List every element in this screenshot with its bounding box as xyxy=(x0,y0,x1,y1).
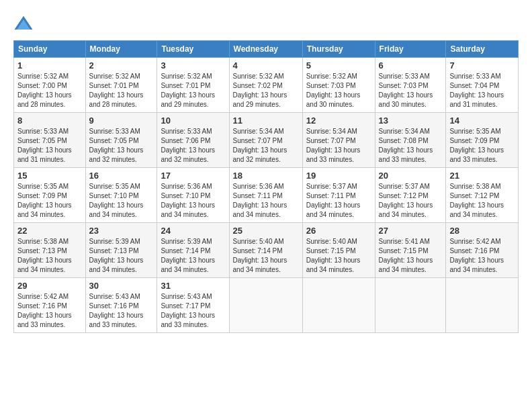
calendar-cell: 16Sunrise: 5:35 AM Sunset: 7:10 PM Dayli… xyxy=(85,168,157,223)
day-info: Sunrise: 5:37 AM Sunset: 7:12 PM Dayligh… xyxy=(379,182,443,220)
day-number: 12 xyxy=(306,116,371,126)
day-info: Sunrise: 5:43 AM Sunset: 7:16 PM Dayligh… xyxy=(89,292,154,330)
day-info: Sunrise: 5:41 AM Sunset: 7:15 PM Dayligh… xyxy=(379,237,443,275)
calendar-week-1: 1Sunrise: 5:32 AM Sunset: 7:00 PM Daylig… xyxy=(14,58,519,113)
calendar-table: SundayMondayTuesdayWednesdayThursdayFrid… xyxy=(13,40,519,333)
day-info: Sunrise: 5:43 AM Sunset: 7:17 PM Dayligh… xyxy=(161,292,225,330)
day-number: 6 xyxy=(379,60,443,71)
day-info: Sunrise: 5:36 AM Sunset: 7:10 PM Dayligh… xyxy=(161,182,225,220)
day-info: Sunrise: 5:40 AM Sunset: 7:14 PM Dayligh… xyxy=(233,237,299,275)
day-number: 1 xyxy=(17,60,82,71)
calendar-cell: 21Sunrise: 5:38 AM Sunset: 7:12 PM Dayli… xyxy=(446,168,519,223)
day-info: Sunrise: 5:40 AM Sunset: 7:15 PM Dayligh… xyxy=(306,237,371,275)
day-info: Sunrise: 5:35 AM Sunset: 7:10 PM Dayligh… xyxy=(89,182,154,220)
day-number: 19 xyxy=(306,171,371,181)
day-number: 11 xyxy=(233,116,299,126)
day-number: 24 xyxy=(161,226,225,236)
day-number: 8 xyxy=(17,116,82,126)
calendar-cell: 13Sunrise: 5:34 AM Sunset: 7:08 PM Dayli… xyxy=(375,113,446,168)
weekday-header-saturday: Saturday xyxy=(446,41,519,58)
day-number: 16 xyxy=(89,171,154,181)
day-number: 25 xyxy=(233,226,299,236)
calendar-cell: 20Sunrise: 5:37 AM Sunset: 7:12 PM Dayli… xyxy=(375,168,446,223)
day-number: 4 xyxy=(233,60,299,71)
day-number: 26 xyxy=(306,226,371,236)
calendar-cell xyxy=(375,278,446,333)
day-info: Sunrise: 5:32 AM Sunset: 7:03 PM Dayligh… xyxy=(306,72,371,109)
calendar-cell: 12Sunrise: 5:34 AM Sunset: 7:07 PM Dayli… xyxy=(302,113,375,168)
weekday-header-sunday: Sunday xyxy=(14,41,86,58)
day-info: Sunrise: 5:33 AM Sunset: 7:06 PM Dayligh… xyxy=(161,127,225,165)
calendar-cell: 1Sunrise: 5:32 AM Sunset: 7:00 PM Daylig… xyxy=(14,58,86,113)
day-number: 20 xyxy=(379,171,443,181)
logo-icon xyxy=(13,13,34,34)
calendar-cell: 22Sunrise: 5:38 AM Sunset: 7:13 PM Dayli… xyxy=(14,223,86,278)
calendar-cell: 29Sunrise: 5:42 AM Sunset: 7:16 PM Dayli… xyxy=(14,278,86,333)
day-info: Sunrise: 5:33 AM Sunset: 7:05 PM Dayligh… xyxy=(89,127,154,165)
day-number: 28 xyxy=(449,226,515,236)
calendar-cell: 28Sunrise: 5:42 AM Sunset: 7:16 PM Dayli… xyxy=(446,223,519,278)
day-number: 3 xyxy=(161,60,225,71)
day-number: 27 xyxy=(379,226,443,236)
calendar-cell: 25Sunrise: 5:40 AM Sunset: 7:14 PM Dayli… xyxy=(229,223,302,278)
day-info: Sunrise: 5:34 AM Sunset: 7:08 PM Dayligh… xyxy=(379,127,443,165)
calendar-cell xyxy=(302,278,375,333)
day-info: Sunrise: 5:32 AM Sunset: 7:02 PM Dayligh… xyxy=(233,72,299,109)
weekday-header-monday: Monday xyxy=(85,41,157,58)
day-number: 31 xyxy=(161,281,225,291)
day-number: 10 xyxy=(161,116,225,126)
calendar-cell: 23Sunrise: 5:39 AM Sunset: 7:13 PM Dayli… xyxy=(85,223,157,278)
day-number: 23 xyxy=(89,226,154,236)
day-info: Sunrise: 5:39 AM Sunset: 7:13 PM Dayligh… xyxy=(89,237,154,275)
calendar-week-5: 29Sunrise: 5:42 AM Sunset: 7:16 PM Dayli… xyxy=(14,278,519,333)
calendar-cell: 31Sunrise: 5:43 AM Sunset: 7:17 PM Dayli… xyxy=(157,278,229,333)
calendar-cell: 8Sunrise: 5:33 AM Sunset: 7:05 PM Daylig… xyxy=(14,113,86,168)
calendar-week-4: 22Sunrise: 5:38 AM Sunset: 7:13 PM Dayli… xyxy=(14,223,519,278)
day-number: 22 xyxy=(17,226,82,236)
weekday-header-wednesday: Wednesday xyxy=(229,41,302,58)
day-info: Sunrise: 5:36 AM Sunset: 7:11 PM Dayligh… xyxy=(233,182,299,220)
calendar-cell: 17Sunrise: 5:36 AM Sunset: 7:10 PM Dayli… xyxy=(157,168,229,223)
day-info: Sunrise: 5:32 AM Sunset: 7:01 PM Dayligh… xyxy=(89,72,154,109)
day-info: Sunrise: 5:35 AM Sunset: 7:09 PM Dayligh… xyxy=(449,127,515,165)
calendar-cell: 18Sunrise: 5:36 AM Sunset: 7:11 PM Dayli… xyxy=(229,168,302,223)
weekday-header-friday: Friday xyxy=(375,41,446,58)
day-info: Sunrise: 5:42 AM Sunset: 7:16 PM Dayligh… xyxy=(17,292,82,330)
day-info: Sunrise: 5:32 AM Sunset: 7:00 PM Dayligh… xyxy=(17,72,82,109)
day-number: 30 xyxy=(89,281,154,291)
calendar-cell: 7Sunrise: 5:33 AM Sunset: 7:04 PM Daylig… xyxy=(446,58,519,113)
calendar-cell: 24Sunrise: 5:39 AM Sunset: 7:14 PM Dayli… xyxy=(157,223,229,278)
page-header xyxy=(13,13,519,34)
calendar-cell: 14Sunrise: 5:35 AM Sunset: 7:09 PM Dayli… xyxy=(446,113,519,168)
day-info: Sunrise: 5:33 AM Sunset: 7:04 PM Dayligh… xyxy=(449,72,515,109)
day-info: Sunrise: 5:32 AM Sunset: 7:01 PM Dayligh… xyxy=(161,72,225,109)
day-number: 21 xyxy=(449,171,515,181)
calendar-cell: 4Sunrise: 5:32 AM Sunset: 7:02 PM Daylig… xyxy=(229,58,302,113)
day-info: Sunrise: 5:35 AM Sunset: 7:09 PM Dayligh… xyxy=(17,182,82,220)
calendar-cell: 11Sunrise: 5:34 AM Sunset: 7:07 PM Dayli… xyxy=(229,113,302,168)
calendar-cell: 30Sunrise: 5:43 AM Sunset: 7:16 PM Dayli… xyxy=(85,278,157,333)
day-number: 7 xyxy=(449,60,515,71)
day-number: 5 xyxy=(306,60,371,71)
day-info: Sunrise: 5:33 AM Sunset: 7:03 PM Dayligh… xyxy=(379,72,443,109)
day-info: Sunrise: 5:37 AM Sunset: 7:11 PM Dayligh… xyxy=(306,182,371,220)
calendar-cell: 27Sunrise: 5:41 AM Sunset: 7:15 PM Dayli… xyxy=(375,223,446,278)
calendar-cell: 19Sunrise: 5:37 AM Sunset: 7:11 PM Dayli… xyxy=(302,168,375,223)
day-number: 14 xyxy=(449,116,515,126)
calendar-cell xyxy=(446,278,519,333)
calendar-week-3: 15Sunrise: 5:35 AM Sunset: 7:09 PM Dayli… xyxy=(14,168,519,223)
day-info: Sunrise: 5:42 AM Sunset: 7:16 PM Dayligh… xyxy=(449,237,515,275)
day-info: Sunrise: 5:34 AM Sunset: 7:07 PM Dayligh… xyxy=(306,127,371,165)
day-number: 13 xyxy=(379,116,443,126)
day-info: Sunrise: 5:38 AM Sunset: 7:12 PM Dayligh… xyxy=(449,182,515,220)
calendar-cell: 5Sunrise: 5:32 AM Sunset: 7:03 PM Daylig… xyxy=(302,58,375,113)
day-number: 9 xyxy=(89,116,154,126)
day-info: Sunrise: 5:39 AM Sunset: 7:14 PM Dayligh… xyxy=(161,237,225,275)
day-info: Sunrise: 5:33 AM Sunset: 7:05 PM Dayligh… xyxy=(17,127,82,165)
day-number: 17 xyxy=(161,171,225,181)
calendar-cell: 10Sunrise: 5:33 AM Sunset: 7:06 PM Dayli… xyxy=(157,113,229,168)
weekday-header-tuesday: Tuesday xyxy=(157,41,229,58)
calendar-cell: 2Sunrise: 5:32 AM Sunset: 7:01 PM Daylig… xyxy=(85,58,157,113)
day-number: 15 xyxy=(17,171,82,181)
day-number: 18 xyxy=(233,171,299,181)
